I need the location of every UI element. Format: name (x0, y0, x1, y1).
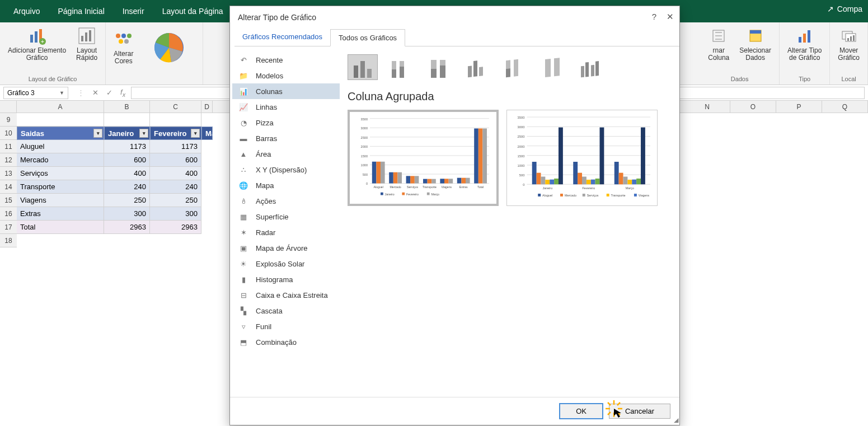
chart-category-mapa-de-rvore[interactable]: ▣Mapa de Árvore (232, 240, 340, 256)
cell[interactable]: 250 (104, 194, 150, 207)
chart-category-radar[interactable]: ✶Radar (232, 224, 340, 240)
chart-category-superf-cie[interactable]: ▦Superfície (232, 209, 340, 224)
help-icon[interactable]: ? (652, 12, 656, 22)
tab-file[interactable]: Arquivo (4, 1, 49, 21)
chart-preview-1[interactable]: 0500100015002000250030003500AluguelMerca… (348, 110, 499, 206)
cells-area[interactable]: Saidas▾Janeiro▾Fevereiro▾MarçAluguel1173… (17, 113, 213, 247)
cell[interactable]: Viagens (17, 194, 104, 207)
cell[interactable]: 2963 (150, 221, 201, 234)
cell[interactable]: Janeiro▾ (104, 127, 150, 140)
chart-category-explos-o-solar[interactable]: ☀Explosão Solar (232, 256, 340, 271)
select-data-button[interactable]: Selecionar Dados (735, 25, 776, 64)
cell[interactable]: Març (201, 127, 213, 140)
cell[interactable] (104, 113, 150, 127)
select-all-corner[interactable] (0, 101, 17, 113)
col-header-b[interactable]: B (104, 101, 150, 113)
filter-dropdown-icon[interactable]: ▾ (139, 129, 148, 138)
tab-page-layout[interactable]: Layout da Página (153, 1, 232, 21)
cell[interactable]: 2963 (104, 221, 150, 234)
chart-category-recente[interactable]: ↶Recente (232, 52, 340, 68)
tab-all-charts[interactable]: Todos os Gráficos (330, 29, 405, 46)
cancel-button[interactable]: Cancelar (609, 404, 670, 419)
row-header-14[interactable]: 14 (0, 180, 17, 194)
chart-category-a-es[interactable]: 🕯Ações (232, 193, 340, 209)
col-header-c[interactable]: C (150, 101, 201, 113)
filter-dropdown-icon[interactable]: ▾ (93, 129, 102, 138)
cell[interactable] (17, 113, 104, 127)
row-header-18[interactable]: 18 (0, 234, 17, 247)
chart-style-thumbnail[interactable] (139, 25, 199, 71)
row-header-11[interactable]: 11 (0, 140, 17, 153)
cell[interactable]: Transporte (17, 180, 104, 194)
resize-grip-icon[interactable]: ◢ (674, 416, 678, 424)
chart-category-combina-o[interactable]: ⬒Combinação (232, 334, 340, 350)
chart-category-linhas[interactable]: 📈Linhas (232, 99, 340, 115)
column-subtype-2[interactable] (386, 54, 416, 80)
chart-category-colunas[interactable]: 📊Colunas (232, 83, 340, 99)
col-header-n[interactable]: N (684, 101, 730, 113)
tab-recommended-charts[interactable]: Gráficos Recomendados (234, 29, 330, 46)
column-subtype-6[interactable] (538, 54, 568, 80)
cell[interactable] (150, 113, 201, 127)
chart-category-caixa-e-caixa-estreita[interactable]: ⊟Caixa e Caixa Estreita (232, 287, 340, 303)
name-box[interactable]: Gráfico 3 ▼ (3, 87, 68, 99)
move-chart-button[interactable]: Mover Gráfico (833, 25, 864, 64)
change-colors-button[interactable]: Alterar Cores (109, 25, 138, 71)
cell[interactable]: 240 (104, 180, 150, 194)
chart-category-pizza[interactable]: ◔Pizza (232, 115, 340, 130)
cell[interactable]: 1173 (150, 140, 201, 153)
row-header-17[interactable]: 17 (0, 221, 17, 234)
cell[interactable]: 400 (150, 167, 201, 180)
column-subtype-7[interactable] (576, 54, 606, 80)
tab-home[interactable]: Página Inicial (49, 1, 113, 21)
chart-category-funil[interactable]: ▿Funil (232, 319, 340, 334)
chart-category-histograma[interactable]: ▮Histograma (232, 271, 340, 287)
col-header-a[interactable]: A (17, 101, 104, 113)
switch-row-column-button[interactable]: rnar Coluna (703, 25, 734, 64)
cell[interactable]: Total (17, 221, 104, 234)
chart-category--rea[interactable]: ▲Área (232, 146, 340, 162)
col-header-d[interactable]: D (201, 101, 213, 113)
col-header-p[interactable]: P (776, 101, 822, 113)
chart-category-barras[interactable]: ▬Barras (232, 130, 340, 146)
cell[interactable]: 600 (150, 153, 201, 167)
ok-button[interactable]: OK (559, 403, 603, 419)
cell[interactable]: Aluguel (17, 140, 104, 153)
column-subtype-4[interactable] (462, 54, 492, 80)
cell[interactable]: Extras (17, 207, 104, 221)
cancel-formula-icon[interactable]: ✕ (92, 88, 98, 97)
close-icon[interactable]: ✕ (667, 12, 674, 22)
row-header-13[interactable]: 13 (0, 167, 17, 180)
row-header-16[interactable]: 16 (0, 207, 17, 221)
cell[interactable]: 400 (104, 167, 150, 180)
fx-icon[interactable]: fx (120, 88, 125, 98)
cell[interactable]: 600 (104, 153, 150, 167)
change-chart-type-button[interactable]: Alterar Tipo de Gráfico (783, 25, 826, 64)
row-header-12[interactable]: 12 (0, 153, 17, 167)
filter-dropdown-icon[interactable]: ▾ (191, 129, 200, 138)
chart-category-modelos[interactable]: 📁Modelos (232, 68, 340, 83)
cell[interactable]: 250 (150, 194, 201, 207)
column-subtype-3[interactable] (424, 54, 454, 80)
chart-category-cascata[interactable]: ▚Cascata (232, 303, 340, 319)
row-header-9[interactable]: 9 (0, 113, 17, 127)
accept-formula-icon[interactable]: ✓ (106, 88, 112, 97)
cell[interactable]: Fevereiro▾ (150, 127, 201, 140)
cell[interactable]: 1173 (104, 140, 150, 153)
add-chart-element-button[interactable]: + Adicionar Elemento Gráfico (3, 25, 71, 64)
col-header-o[interactable]: O (730, 101, 776, 113)
cell[interactable]: 300 (150, 207, 201, 221)
col-header-q[interactable]: Q (822, 101, 868, 113)
quick-layout-button[interactable]: Layout Rápido (72, 25, 102, 64)
row-header-10[interactable]: 10 (0, 127, 17, 140)
cell[interactable]: Mercado (17, 153, 104, 167)
chart-category-mapa[interactable]: 🌐Mapa (232, 177, 340, 193)
column-subtype-1[interactable] (348, 54, 378, 80)
cell[interactable]: 300 (104, 207, 150, 221)
row-header-15[interactable]: 15 (0, 194, 17, 207)
chart-category-x-y-dispers-o-[interactable]: ∴X Y (Dispersão) (232, 162, 340, 177)
cell[interactable]: 240 (150, 180, 201, 194)
share-button[interactable]: ↗ Compa (827, 4, 862, 13)
cell[interactable]: Serviços (17, 167, 104, 180)
column-subtype-5[interactable] (500, 54, 530, 80)
